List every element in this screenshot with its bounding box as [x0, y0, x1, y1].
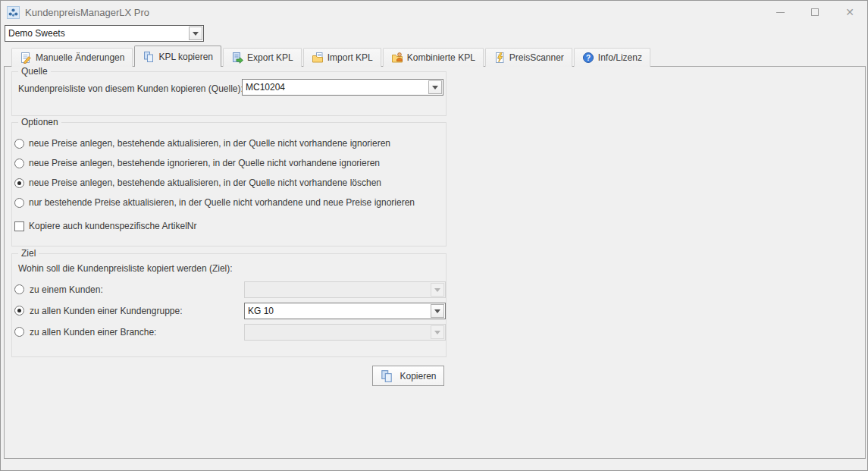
ziel-kunde-combobox-value	[245, 282, 430, 297]
radio-selected-icon[interactable]	[14, 306, 24, 316]
ziel-branche-dropdown-button	[431, 325, 444, 339]
option-radio-label[interactable]: nur bestehende Preise aktualisieren, in …	[29, 197, 415, 208]
tab-label: PreisScanner	[509, 52, 564, 63]
export-page-icon	[231, 52, 243, 64]
minimize-icon	[776, 12, 785, 13]
radio-icon[interactable]	[14, 327, 24, 337]
tab-preisscanner[interactable]: PreisScanner	[485, 48, 572, 67]
quelle-combobox-value[interactable]: MC10204	[243, 80, 428, 95]
import-folder-icon	[312, 52, 324, 64]
ziel-kunde-dropdown-button	[431, 283, 444, 297]
tab-label: Info/Lizenz	[598, 52, 642, 63]
quelle-combobox[interactable]: MC10204	[242, 79, 443, 96]
copy-pages-icon	[380, 369, 393, 383]
close-button[interactable]: ✕	[832, 1, 867, 24]
company-selector-dropdown-button[interactable]	[189, 27, 202, 40]
kopieren-button-label: Kopieren	[400, 371, 436, 382]
maximize-icon	[811, 8, 819, 16]
quelle-group-title: Quelle	[18, 66, 51, 77]
ziel-branche-combobox-value	[245, 325, 430, 340]
quelle-group: Quelle Kundenpreisliste von diesem Kunde…	[11, 71, 447, 116]
radio-icon[interactable]	[14, 159, 24, 168]
ziel-radio-label[interactable]: zu einem Kunden:	[30, 284, 103, 295]
chevron-down-icon	[193, 32, 199, 36]
radio-selected-icon[interactable]	[14, 178, 24, 188]
option-radio-label[interactable]: neue Preise anlegen, bestehende ignorier…	[29, 158, 380, 168]
option-radio-row-3[interactable]: neue Preise anlegen, bestehende aktualis…	[14, 176, 443, 190]
tab-label: KPL kopieren	[158, 52, 213, 62]
option-radio-row-2[interactable]: neue Preise anlegen, bestehende ignorier…	[14, 156, 443, 170]
ziel-radio-label[interactable]: zu allen Kunden einer Branche:	[30, 327, 156, 338]
checkbox-icon[interactable]	[14, 221, 24, 231]
tab-manuelle-aenderungen[interactable]: Manuelle Änderungen	[11, 48, 133, 67]
app-window: KundenpreisManagerLX Pro ✕ Demo Sweets M…	[0, 0, 868, 471]
ziel-kundengruppe-dropdown-button[interactable]	[431, 304, 444, 318]
radio-icon[interactable]	[14, 284, 24, 294]
ziel-row-kundengruppe[interactable]: zu allen Kunden einer Kundengruppe: KG 1…	[14, 303, 443, 319]
radio-icon[interactable]	[14, 198, 24, 208]
tab-info-lizenz[interactable]: ? Info/Lizenz	[574, 48, 650, 67]
optionen-group: Optionen neue Preise anlegen, bestehende…	[11, 122, 447, 246]
minimize-button[interactable]	[763, 1, 797, 24]
edit-document-icon	[20, 52, 32, 64]
copy-pages-icon	[143, 51, 155, 63]
company-selector-value[interactable]: Demo Sweets	[5, 26, 188, 41]
window-controls: ✕	[763, 1, 867, 24]
optionen-group-title: Optionen	[18, 117, 61, 127]
tab-kpl-kopieren[interactable]: KPL kopieren	[134, 46, 221, 67]
checkbox-label[interactable]: Kopiere auch kundenspezifische ArtikelNr	[29, 221, 196, 231]
tab-page-kpl-kopieren: Quelle Kundenpreisliste von diesem Kunde…	[4, 66, 866, 459]
ziel-row-branche[interactable]: zu allen Kunden einer Branche:	[14, 324, 443, 341]
ziel-kundengruppe-combobox-value[interactable]: KG 10	[245, 303, 430, 319]
ziel-group: Ziel Wohin soll die Kundenpreisliste kop…	[11, 253, 447, 357]
kopieren-button[interactable]: Kopieren	[372, 366, 444, 386]
app-icon	[7, 6, 20, 19]
tab-export-kpl[interactable]: Export KPL	[223, 48, 302, 67]
tab-kombinierte-kpl[interactable]: Kombinierte KPL	[383, 48, 484, 67]
ziel-kundengruppe-combobox[interactable]: KG 10	[244, 303, 446, 319]
window-title: KundenpreisManagerLX Pro	[25, 7, 149, 18]
ziel-intro-label: Wohin soll die Kundenpreisliste kopiert …	[18, 263, 233, 274]
titlebar: KundenpreisManagerLX Pro ✕	[1, 1, 867, 24]
tab-label: Manuelle Änderungen	[36, 52, 124, 63]
tab-label: Import KPL	[327, 52, 373, 63]
option-radio-label[interactable]: neue Preise anlegen, bestehende aktualis…	[29, 138, 390, 149]
chevron-down-icon	[434, 309, 440, 313]
scanner-bolt-icon	[494, 52, 506, 64]
tab-label: Export KPL	[247, 52, 293, 63]
info-circle-icon: ?	[582, 52, 594, 64]
ziel-radio-label[interactable]: zu allen Kunden einer Kundengruppe:	[30, 306, 183, 316]
option-radio-row-1[interactable]: neue Preise anlegen, bestehende aktualis…	[14, 137, 443, 150]
quelle-dropdown-button[interactable]	[428, 80, 442, 94]
radio-icon[interactable]	[14, 139, 24, 149]
folder-person-icon	[391, 52, 403, 64]
ziel-row-kunde[interactable]: zu einem Kunden:	[14, 281, 443, 298]
copy-articlenr-checkbox-row[interactable]: Kopiere auch kundenspezifische ArtikelNr	[14, 219, 443, 233]
svg-text:?: ?	[586, 54, 591, 62]
ziel-kunde-combobox	[244, 281, 446, 298]
quelle-label: Kundenpreisliste von diesem Kunden kopie…	[18, 83, 243, 94]
tab-import-kpl[interactable]: Import KPL	[303, 48, 381, 67]
ziel-group-title: Ziel	[18, 248, 39, 259]
option-radio-label[interactable]: neue Preise anlegen, bestehende aktualis…	[29, 177, 381, 188]
chevron-down-icon	[434, 288, 440, 292]
option-radio-row-4[interactable]: nur bestehende Preise aktualisieren, in …	[14, 196, 443, 209]
tab-label: Kombinierte KPL	[407, 52, 475, 63]
tabstrip: Manuelle Änderungen KPL kopieren Export …	[4, 46, 864, 67]
chevron-down-icon	[434, 331, 440, 334]
company-selector-combobox[interactable]: Demo Sweets	[5, 25, 204, 42]
close-icon: ✕	[845, 7, 854, 17]
ziel-branche-combobox	[244, 324, 446, 341]
chevron-down-icon	[432, 86, 438, 89]
maximize-button[interactable]	[797, 1, 832, 24]
